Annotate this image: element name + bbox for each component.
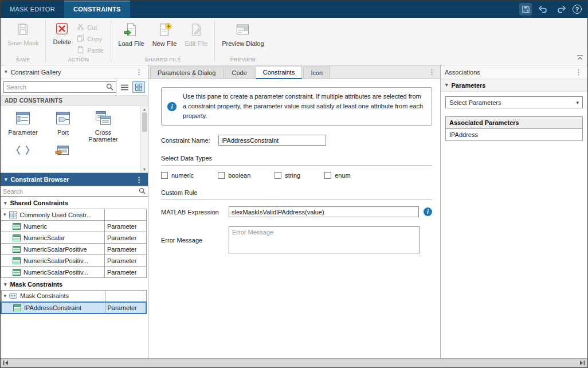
table-row[interactable]: NumericScalarPositive Parameter	[1, 244, 147, 255]
search-icon[interactable]	[106, 83, 113, 92]
edit-file-icon	[189, 22, 203, 38]
kebab-menu-icon[interactable]: ⋮	[424, 65, 440, 79]
info-text: Use this pane to create a parameter cons…	[183, 92, 426, 121]
help-icon[interactable]: ?	[573, 5, 582, 14]
mask-constraints-section[interactable]: ▾ Mask Constraints	[1, 278, 148, 290]
gallery-item-parameter[interactable]: Parameter	[5, 111, 41, 143]
gallery-search-input[interactable]	[6, 84, 106, 91]
cut-button[interactable]: Cut	[77, 23, 103, 32]
paste-button[interactable]: Paste	[77, 46, 103, 54]
save-mask-button[interactable]: Save Mask	[3, 19, 42, 48]
select-parameters-dropdown[interactable]: Select Parameters ▾	[445, 96, 583, 108]
load-file-icon	[124, 22, 138, 38]
scrollbar-thumb[interactable]	[142, 112, 147, 132]
grid-view-icon[interactable]	[132, 81, 145, 93]
table-row-selected[interactable]: IPAddressConstraint Parameter	[1, 302, 146, 314]
constraint-gallery-title: Constraint Gallery	[11, 69, 61, 76]
status-bar	[1, 358, 587, 367]
checkbox-string[interactable]: string	[275, 172, 300, 179]
browser-search-input[interactable]	[3, 188, 139, 195]
collapse-left-icon[interactable]	[3, 360, 9, 367]
ribbon-group-action: Delete Cut Copy	[46, 18, 111, 65]
kebab-menu-icon[interactable]: ⋮	[574, 68, 583, 76]
ribbon-group-preview: Preview Dialog PREVIEW	[215, 18, 271, 65]
associated-parameters-table: Associated Parameters IPAddress	[445, 116, 583, 141]
tab-constraints[interactable]: Constraints	[256, 66, 303, 79]
select-data-types-label: Select Data Types	[161, 155, 432, 166]
gallery-item-partial-2[interactable]	[45, 145, 81, 161]
table-row[interactable]: NumericScalarPositiv... Parameter	[1, 255, 147, 267]
matlab-expression-input[interactable]	[229, 206, 419, 217]
port-icon	[55, 111, 71, 127]
tab-parameters-dialog[interactable]: Parameters & Dialog	[150, 66, 224, 79]
collapse-ribbon-icon[interactable]	[577, 54, 583, 61]
search-icon[interactable]	[139, 187, 146, 195]
cross-parameter-icon	[95, 111, 111, 127]
new-file-button[interactable]: New File	[148, 19, 181, 48]
table-row[interactable]: NumericScalarPositiv... Parameter	[1, 267, 147, 278]
tab-icon[interactable]: Icon	[303, 66, 330, 79]
constraint-browser-header[interactable]: ▾ Constraint Browser ⋮	[1, 173, 148, 186]
group-label-save: SAVE	[3, 56, 42, 65]
info-icon[interactable]: i	[424, 208, 432, 216]
tree-group-row[interactable]: ▾Mask Constraints	[1, 291, 146, 302]
gallery-scrollbar[interactable]: ▲ ▼	[140, 106, 148, 173]
checkbox-boolean[interactable]: boolean	[218, 172, 250, 179]
gallery-item-cross-parameter[interactable]: Cross Parameter	[85, 111, 121, 143]
table-row[interactable]: Numeric Parameter	[1, 221, 147, 232]
group-label-action: ACTION	[49, 56, 108, 65]
chevron-down-icon: ▾	[4, 282, 7, 287]
table-row[interactable]: NumericScalar Parameter	[1, 232, 147, 244]
gallery-item-label: Cross Parameter	[85, 129, 121, 143]
constraint-browser-panel: ▾ Constraint Browser ⋮ ▾ Shared Constrai…	[1, 173, 148, 358]
custom-rule-label: Custom Rule	[161, 189, 432, 200]
load-file-button[interactable]: Load File	[114, 19, 148, 48]
preview-dialog-button[interactable]: Preview Dialog	[218, 19, 268, 48]
list-constraint-icon	[55, 145, 71, 161]
tree-group-row[interactable]: ▾Commonly Used Constr...	[1, 209, 147, 221]
constraint-gallery-header[interactable]: ▾ Constraint Gallery ⋮	[1, 65, 148, 79]
tab-mask-editor[interactable]: MASK EDITOR	[1, 1, 64, 18]
tab-constraints-top[interactable]: CONSTRAINTS	[64, 1, 130, 18]
kebab-menu-icon[interactable]: ⋮	[134, 68, 144, 76]
gallery-item-label: Parameter	[8, 129, 37, 136]
group-label-preview: PREVIEW	[218, 56, 268, 65]
chevron-down-icon: ▾	[445, 83, 448, 88]
gallery-search-box	[3, 81, 116, 93]
undo-icon[interactable]	[537, 3, 550, 15]
error-message-textarea[interactable]	[229, 226, 420, 253]
checkbox-icon	[324, 172, 331, 179]
constraints-pane: i Use this pane to create a parameter co…	[148, 79, 440, 358]
checkbox-numeric[interactable]: numeric	[161, 172, 194, 179]
clipboard-stack: Cut Copy Paste	[75, 19, 108, 54]
list-view-icon[interactable]	[118, 81, 131, 93]
gallery-item-partial-1[interactable]	[5, 145, 41, 161]
delete-button[interactable]: Delete	[49, 19, 75, 46]
gallery-item-port[interactable]: Port	[45, 111, 81, 143]
new-file-icon	[158, 22, 172, 38]
preview-dialog-icon	[236, 22, 250, 38]
copy-button[interactable]: Copy	[77, 34, 103, 43]
gallery-items: Parameter Port Cross Parameter	[1, 106, 148, 173]
parameters-section-header[interactable]: ▾ Parameters	[441, 79, 587, 92]
chevron-down-icon: ▾	[576, 100, 579, 105]
chevron-down-icon: ▾	[4, 201, 7, 206]
chevron-down-icon: ▾	[5, 69, 7, 75]
checkbox-enum[interactable]: enum	[324, 172, 351, 179]
save-icon[interactable]	[519, 3, 532, 15]
collapse-right-icon[interactable]	[579, 360, 585, 367]
shared-constraints-table: ▾Commonly Used Constr... Numeric Paramet…	[1, 209, 147, 278]
shared-constraints-section[interactable]: ▾ Shared Constraints	[1, 197, 148, 209]
scroll-up-icon[interactable]: ▲	[143, 106, 147, 112]
matlab-expression-row: MATLAB Expression i	[161, 206, 432, 217]
constraint-name-input[interactable]	[218, 135, 326, 146]
scroll-down-icon[interactable]: ▼	[143, 166, 147, 173]
info-banner: i Use this pane to create a parameter co…	[161, 87, 432, 126]
edit-file-button[interactable]: Edit File	[181, 19, 211, 48]
delete-icon	[56, 22, 68, 36]
mask-editor-window: MASK EDITOR CONSTRAINTS ? Save	[0, 0, 588, 368]
tab-code[interactable]: Code	[225, 66, 254, 79]
kebab-menu-icon[interactable]: ⋮	[134, 176, 144, 183]
redo-icon[interactable]	[555, 3, 567, 15]
table-row[interactable]: IPAddress	[446, 129, 583, 141]
